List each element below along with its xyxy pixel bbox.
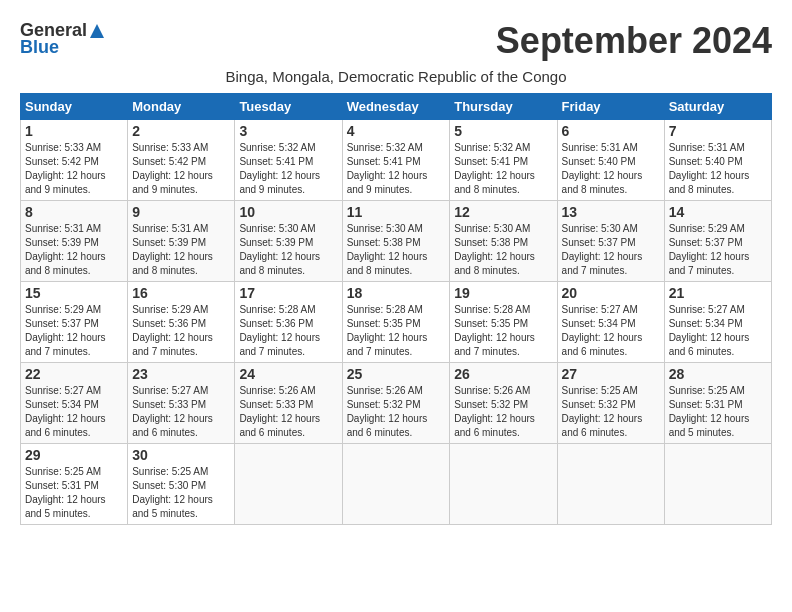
day-number: 15 (25, 285, 123, 301)
month-title: September 2024 (496, 20, 772, 62)
day-number: 26 (454, 366, 552, 382)
day-number: 13 (562, 204, 660, 220)
day-info: Sunrise: 5:25 AMSunset: 5:32 PMDaylight:… (562, 384, 660, 440)
calendar-week-row: 22Sunrise: 5:27 AMSunset: 5:34 PMDayligh… (21, 363, 772, 444)
table-row: 3Sunrise: 5:32 AMSunset: 5:41 PMDaylight… (235, 120, 342, 201)
day-number: 9 (132, 204, 230, 220)
table-row: 22Sunrise: 5:27 AMSunset: 5:34 PMDayligh… (21, 363, 128, 444)
day-number: 27 (562, 366, 660, 382)
col-friday: Friday (557, 94, 664, 120)
calendar-week-row: 1Sunrise: 5:33 AMSunset: 5:42 PMDaylight… (21, 120, 772, 201)
day-info: Sunrise: 5:31 AMSunset: 5:39 PMDaylight:… (25, 222, 123, 278)
day-number: 4 (347, 123, 446, 139)
table-row: 6Sunrise: 5:31 AMSunset: 5:40 PMDaylight… (557, 120, 664, 201)
col-thursday: Thursday (450, 94, 557, 120)
day-info: Sunrise: 5:28 AMSunset: 5:35 PMDaylight:… (454, 303, 552, 359)
table-row: 28Sunrise: 5:25 AMSunset: 5:31 PMDayligh… (664, 363, 771, 444)
day-info: Sunrise: 5:25 AMSunset: 5:31 PMDaylight:… (669, 384, 767, 440)
day-number: 25 (347, 366, 446, 382)
table-row (450, 444, 557, 525)
day-info: Sunrise: 5:32 AMSunset: 5:41 PMDaylight:… (454, 141, 552, 197)
table-row: 29Sunrise: 5:25 AMSunset: 5:31 PMDayligh… (21, 444, 128, 525)
table-row (342, 444, 450, 525)
logo-icon (88, 22, 106, 40)
calendar-body: 1Sunrise: 5:33 AMSunset: 5:42 PMDaylight… (21, 120, 772, 525)
day-number: 24 (239, 366, 337, 382)
day-number: 6 (562, 123, 660, 139)
day-number: 7 (669, 123, 767, 139)
table-row: 16Sunrise: 5:29 AMSunset: 5:36 PMDayligh… (128, 282, 235, 363)
table-row: 25Sunrise: 5:26 AMSunset: 5:32 PMDayligh… (342, 363, 450, 444)
table-row: 24Sunrise: 5:26 AMSunset: 5:33 PMDayligh… (235, 363, 342, 444)
table-row: 17Sunrise: 5:28 AMSunset: 5:36 PMDayligh… (235, 282, 342, 363)
day-info: Sunrise: 5:27 AMSunset: 5:33 PMDaylight:… (132, 384, 230, 440)
table-row: 4Sunrise: 5:32 AMSunset: 5:41 PMDaylight… (342, 120, 450, 201)
day-info: Sunrise: 5:30 AMSunset: 5:37 PMDaylight:… (562, 222, 660, 278)
table-row: 7Sunrise: 5:31 AMSunset: 5:40 PMDaylight… (664, 120, 771, 201)
day-info: Sunrise: 5:30 AMSunset: 5:38 PMDaylight:… (347, 222, 446, 278)
col-sunday: Sunday (21, 94, 128, 120)
table-row: 5Sunrise: 5:32 AMSunset: 5:41 PMDaylight… (450, 120, 557, 201)
day-info: Sunrise: 5:26 AMSunset: 5:32 PMDaylight:… (347, 384, 446, 440)
day-number: 18 (347, 285, 446, 301)
calendar-week-row: 8Sunrise: 5:31 AMSunset: 5:39 PMDaylight… (21, 201, 772, 282)
calendar-week-row: 15Sunrise: 5:29 AMSunset: 5:37 PMDayligh… (21, 282, 772, 363)
page-header: General Blue September 2024 (20, 20, 772, 62)
svg-marker-0 (90, 24, 104, 38)
table-row (557, 444, 664, 525)
day-info: Sunrise: 5:25 AMSunset: 5:31 PMDaylight:… (25, 465, 123, 521)
day-info: Sunrise: 5:29 AMSunset: 5:37 PMDaylight:… (669, 222, 767, 278)
day-info: Sunrise: 5:27 AMSunset: 5:34 PMDaylight:… (562, 303, 660, 359)
day-number: 19 (454, 285, 552, 301)
table-row: 14Sunrise: 5:29 AMSunset: 5:37 PMDayligh… (664, 201, 771, 282)
calendar-table: Sunday Monday Tuesday Wednesday Thursday… (20, 93, 772, 525)
table-row: 11Sunrise: 5:30 AMSunset: 5:38 PMDayligh… (342, 201, 450, 282)
calendar-week-row: 29Sunrise: 5:25 AMSunset: 5:31 PMDayligh… (21, 444, 772, 525)
day-info: Sunrise: 5:33 AMSunset: 5:42 PMDaylight:… (25, 141, 123, 197)
day-info: Sunrise: 5:31 AMSunset: 5:39 PMDaylight:… (132, 222, 230, 278)
col-monday: Monday (128, 94, 235, 120)
day-number: 22 (25, 366, 123, 382)
logo: General Blue (20, 20, 106, 58)
day-info: Sunrise: 5:30 AMSunset: 5:39 PMDaylight:… (239, 222, 337, 278)
day-info: Sunrise: 5:25 AMSunset: 5:30 PMDaylight:… (132, 465, 230, 521)
day-number: 1 (25, 123, 123, 139)
table-row: 13Sunrise: 5:30 AMSunset: 5:37 PMDayligh… (557, 201, 664, 282)
day-info: Sunrise: 5:33 AMSunset: 5:42 PMDaylight:… (132, 141, 230, 197)
day-info: Sunrise: 5:32 AMSunset: 5:41 PMDaylight:… (347, 141, 446, 197)
day-number: 12 (454, 204, 552, 220)
table-row: 15Sunrise: 5:29 AMSunset: 5:37 PMDayligh… (21, 282, 128, 363)
table-row: 18Sunrise: 5:28 AMSunset: 5:35 PMDayligh… (342, 282, 450, 363)
logo-blue-text: Blue (20, 37, 59, 58)
table-row: 26Sunrise: 5:26 AMSunset: 5:32 PMDayligh… (450, 363, 557, 444)
day-number: 23 (132, 366, 230, 382)
day-number: 17 (239, 285, 337, 301)
day-info: Sunrise: 5:27 AMSunset: 5:34 PMDaylight:… (669, 303, 767, 359)
table-row: 27Sunrise: 5:25 AMSunset: 5:32 PMDayligh… (557, 363, 664, 444)
day-number: 11 (347, 204, 446, 220)
day-number: 28 (669, 366, 767, 382)
calendar-subtitle: Binga, Mongala, Democratic Republic of t… (20, 68, 772, 85)
day-info: Sunrise: 5:26 AMSunset: 5:32 PMDaylight:… (454, 384, 552, 440)
day-info: Sunrise: 5:31 AMSunset: 5:40 PMDaylight:… (669, 141, 767, 197)
day-number: 21 (669, 285, 767, 301)
day-number: 5 (454, 123, 552, 139)
day-number: 16 (132, 285, 230, 301)
day-info: Sunrise: 5:28 AMSunset: 5:36 PMDaylight:… (239, 303, 337, 359)
day-info: Sunrise: 5:31 AMSunset: 5:40 PMDaylight:… (562, 141, 660, 197)
day-number: 14 (669, 204, 767, 220)
day-number: 10 (239, 204, 337, 220)
col-wednesday: Wednesday (342, 94, 450, 120)
day-number: 20 (562, 285, 660, 301)
day-info: Sunrise: 5:26 AMSunset: 5:33 PMDaylight:… (239, 384, 337, 440)
table-row: 9Sunrise: 5:31 AMSunset: 5:39 PMDaylight… (128, 201, 235, 282)
day-info: Sunrise: 5:28 AMSunset: 5:35 PMDaylight:… (347, 303, 446, 359)
table-row: 20Sunrise: 5:27 AMSunset: 5:34 PMDayligh… (557, 282, 664, 363)
day-number: 3 (239, 123, 337, 139)
table-row (235, 444, 342, 525)
col-tuesday: Tuesday (235, 94, 342, 120)
day-info: Sunrise: 5:27 AMSunset: 5:34 PMDaylight:… (25, 384, 123, 440)
day-info: Sunrise: 5:32 AMSunset: 5:41 PMDaylight:… (239, 141, 337, 197)
table-row: 19Sunrise: 5:28 AMSunset: 5:35 PMDayligh… (450, 282, 557, 363)
table-row (664, 444, 771, 525)
